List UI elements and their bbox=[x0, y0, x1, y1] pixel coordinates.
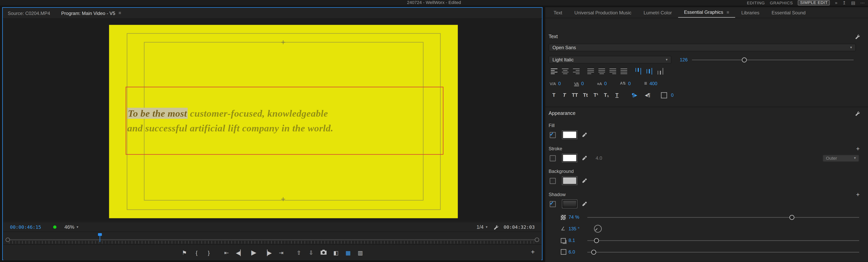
shadow-opacity-slider-handle[interactable] bbox=[789, 215, 795, 220]
valign-center-icon[interactable] bbox=[647, 68, 652, 75]
current-timecode[interactable]: 00:00:46:15 bbox=[10, 224, 41, 230]
shadow-size-slider[interactable] bbox=[587, 248, 859, 256]
valign-top-icon[interactable] bbox=[636, 68, 641, 75]
tab-program-monitor[interactable]: Program: Main Video - V5 ≡ bbox=[61, 10, 121, 16]
font-size-value[interactable]: 126 bbox=[680, 57, 692, 62]
playhead-handle[interactable] bbox=[98, 233, 102, 236]
tab-source-monitor[interactable]: Source: C0204.MP4 bbox=[8, 10, 50, 16]
valign-bottom-icon[interactable] bbox=[658, 68, 663, 75]
video-frame[interactable]: To be the most customer-focused, knowled… bbox=[109, 25, 458, 218]
font-weight-value[interactable]: 400 bbox=[649, 81, 657, 86]
font-style-dropdown[interactable]: Light Italic ▾ bbox=[549, 56, 672, 64]
panel-menu-icon[interactable]: ≡ bbox=[726, 10, 729, 14]
justify-last-right-icon[interactable] bbox=[610, 69, 616, 74]
tab-libraries[interactable]: Libraries bbox=[735, 7, 765, 18]
stroke-width-value[interactable]: 4.0 bbox=[596, 155, 602, 161]
shadow-opacity-slider[interactable] bbox=[587, 213, 859, 221]
tab-text[interactable]: Text bbox=[548, 7, 568, 18]
extract-button[interactable]: ⇩ bbox=[308, 250, 314, 256]
fill-eyedropper-icon[interactable] bbox=[582, 133, 587, 137]
button-editor-button[interactable]: + bbox=[531, 248, 535, 256]
justify-last-left-icon[interactable] bbox=[587, 69, 594, 74]
font-weight-control[interactable]: ≣ 400 bbox=[644, 81, 657, 86]
add-marker-button[interactable]: ⚑ bbox=[182, 250, 187, 256]
tsume-icon[interactable] bbox=[661, 92, 667, 98]
font-size-slider-handle[interactable] bbox=[742, 58, 747, 62]
selected-text[interactable]: To be the most bbox=[127, 108, 187, 119]
leading-control[interactable]: ≡A 0 bbox=[597, 81, 607, 86]
transparency-grid-button[interactable]: ▦ bbox=[345, 250, 351, 256]
baseline-shift-control[interactable]: A⇅ 0 bbox=[620, 81, 631, 86]
align-left-icon[interactable] bbox=[551, 69, 558, 74]
shadow-size-slider-handle[interactable] bbox=[591, 250, 596, 255]
font-size-slider[interactable] bbox=[692, 56, 854, 64]
monitor-settings-wrench-icon[interactable] bbox=[493, 225, 498, 230]
go-to-out-button[interactable]: ⇥ bbox=[278, 250, 284, 256]
shadow-opacity-value[interactable]: 74 % bbox=[569, 214, 587, 220]
add-shadow-button[interactable]: + bbox=[856, 191, 860, 198]
underline-button[interactable]: T bbox=[613, 92, 621, 98]
workspace-editing[interactable]: EDITING bbox=[747, 0, 765, 5]
kerning-control[interactable]: V/A 0 bbox=[550, 81, 561, 86]
font-family-dropdown[interactable]: Open Sans ▾ bbox=[549, 44, 856, 51]
shadow-distance-slider-handle[interactable] bbox=[594, 238, 599, 243]
shadow-angle-value[interactable]: 135 ° bbox=[569, 226, 587, 231]
appearance-settings-wrench-icon[interactable] bbox=[855, 111, 860, 116]
step-forward-button[interactable]: ▕▶ bbox=[263, 250, 272, 256]
subscript-button[interactable]: T₁ bbox=[602, 92, 611, 98]
panel-menu-icon[interactable]: ≡ bbox=[119, 10, 121, 15]
timeline-scrubber[interactable] bbox=[3, 231, 541, 245]
step-back-button[interactable]: ◀▏ bbox=[236, 250, 244, 256]
workspace-graphics[interactable]: GRAPHICS bbox=[770, 0, 793, 5]
tab-essential-sound[interactable]: Essential Sound bbox=[766, 7, 812, 18]
stroke-checkbox[interactable] bbox=[550, 155, 556, 161]
background-checkbox[interactable] bbox=[550, 178, 556, 184]
text-direction-ltr-icon[interactable]: ¶▸ bbox=[629, 92, 640, 98]
lift-button[interactable]: ⇧ bbox=[296, 250, 302, 256]
baseline-shift-value[interactable]: 0 bbox=[628, 81, 631, 86]
mark-in-button[interactable]: { bbox=[194, 250, 199, 256]
workspaces-icon[interactable]: ▤ bbox=[851, 0, 855, 5]
text-settings-wrench-icon[interactable] bbox=[855, 34, 860, 39]
play-button[interactable]: ▶ bbox=[251, 249, 257, 256]
all-caps-button[interactable]: TT bbox=[571, 92, 579, 98]
stroke-type-dropdown[interactable]: Outer ▾ bbox=[823, 154, 859, 162]
superscript-button[interactable]: T¹ bbox=[592, 92, 600, 98]
fill-color-swatch[interactable] bbox=[562, 131, 577, 139]
tracking-control[interactable]: VA 0 bbox=[574, 81, 584, 86]
shadow-checkbox[interactable] bbox=[550, 201, 556, 207]
shadow-distance-slider[interactable] bbox=[587, 236, 859, 244]
shadow-angle-dial[interactable] bbox=[594, 225, 602, 232]
leading-value[interactable]: 0 bbox=[604, 81, 607, 86]
quick-export-icon[interactable]: ↥ bbox=[842, 0, 846, 5]
background-eyedropper-icon[interactable] bbox=[582, 178, 587, 183]
tab-lumetri-color[interactable]: Lumetri Color bbox=[638, 7, 678, 18]
kerning-value[interactable]: 0 bbox=[558, 81, 561, 86]
zoom-level-dropdown[interactable]: 46% ▾ bbox=[64, 224, 79, 230]
tracking-value[interactable]: 0 bbox=[581, 81, 584, 86]
small-caps-button[interactable]: Tt bbox=[581, 92, 590, 98]
playback-resolution-dropdown[interactable]: 1/4 ▾ bbox=[476, 224, 488, 230]
workspace-simple-edit[interactable]: SIMPLE EDIT bbox=[798, 0, 830, 5]
multi-view-button[interactable]: ▥ bbox=[358, 250, 363, 256]
shadow-eyedropper-icon[interactable] bbox=[582, 201, 587, 206]
justify-all-icon[interactable] bbox=[621, 69, 627, 74]
video-text[interactable]: To be the most customer-focused, knowled… bbox=[127, 106, 333, 136]
faux-bold-button[interactable]: T bbox=[550, 92, 558, 98]
export-frame-button[interactable] bbox=[320, 250, 327, 256]
justify-last-center-icon[interactable] bbox=[598, 69, 605, 74]
shadow-color-swatch[interactable] bbox=[562, 200, 577, 208]
tab-universal-production-music[interactable]: Universal Production Music bbox=[568, 7, 638, 18]
background-color-swatch[interactable] bbox=[562, 177, 577, 185]
shadow-size-value[interactable]: 6.0 bbox=[569, 249, 587, 255]
stroke-eyedropper-icon[interactable] bbox=[582, 156, 587, 160]
align-center-icon[interactable] bbox=[562, 69, 569, 74]
faux-italic-button[interactable]: T bbox=[560, 92, 568, 98]
more-icon[interactable]: ⋯ bbox=[860, 0, 865, 5]
fill-checkbox[interactable] bbox=[550, 132, 556, 138]
align-right-icon[interactable] bbox=[573, 69, 580, 74]
add-stroke-button[interactable]: + bbox=[856, 145, 860, 152]
workspace-overflow-icon[interactable]: » bbox=[835, 0, 837, 5]
zoom-scrollbar[interactable] bbox=[9, 239, 536, 240]
stroke-color-swatch[interactable] bbox=[562, 154, 577, 162]
